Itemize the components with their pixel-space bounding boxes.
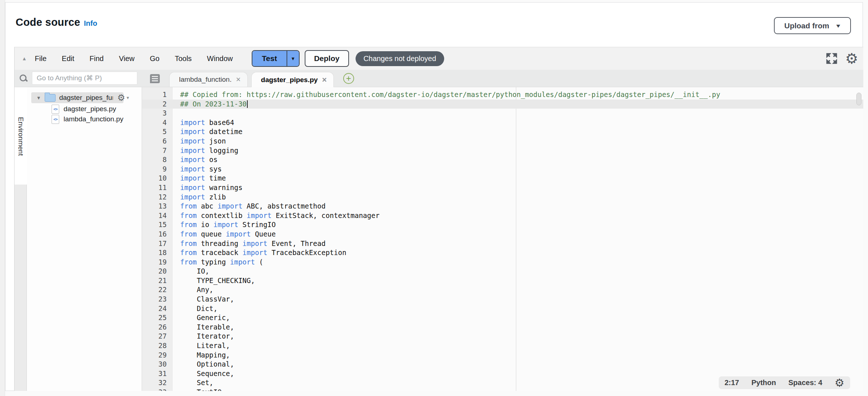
tree-settings-gear-icon[interactable]: ⚙ <box>117 93 125 103</box>
line-number[interactable]: 33 <box>142 388 173 391</box>
code-line[interactable]: 24 Dict, <box>142 304 863 314</box>
line-number[interactable]: 24 <box>142 304 173 314</box>
line-number[interactable]: 22 <box>142 285 173 295</box>
menu-item-tools[interactable]: Tools <box>175 54 192 63</box>
line-number[interactable]: 8 <box>142 155 173 165</box>
line-number[interactable]: 9 <box>142 165 173 174</box>
deploy-button[interactable]: Deploy <box>305 50 349 67</box>
test-button[interactable]: Test <box>252 51 287 66</box>
code-line[interactable]: 7import logging <box>142 146 863 155</box>
code-line[interactable]: 12import zlib <box>142 193 863 202</box>
code-line[interactable]: 19from typing import ( <box>142 258 863 267</box>
line-number[interactable]: 31 <box>142 369 173 379</box>
line-number[interactable]: 20 <box>142 267 173 276</box>
line-number[interactable]: 18 <box>142 248 173 258</box>
code-line[interactable]: 8import os <box>142 155 863 165</box>
code-line[interactable]: 27 Iterator, <box>142 332 863 341</box>
line-number[interactable]: 25 <box>142 313 173 323</box>
line-number[interactable]: 16 <box>142 230 173 239</box>
cursor-position[interactable]: 2:17 <box>725 379 739 387</box>
line-number[interactable]: 21 <box>142 276 173 286</box>
code-line[interactable]: 23 ClassVar, <box>142 295 863 304</box>
line-number[interactable]: 15 <box>142 220 173 230</box>
code-line[interactable]: 18from traceback import TracebackExcepti… <box>142 248 863 258</box>
line-number[interactable]: 26 <box>142 323 173 332</box>
code-line[interactable]: 20 IO, <box>142 267 863 276</box>
editor-tab-dagster_pipes-py[interactable]: dagster_pipes.py× <box>251 72 334 87</box>
code-line[interactable]: 16from queue import Queue <box>142 230 863 239</box>
code-line[interactable]: 17from threading import Event, Thread <box>142 239 863 248</box>
line-number[interactable]: 7 <box>142 146 173 155</box>
code-line[interactable]: 6import json <box>142 137 863 146</box>
line-number[interactable]: 23 <box>142 295 173 304</box>
line-number[interactable]: 5 <box>142 127 173 137</box>
line-number[interactable]: 29 <box>142 351 173 360</box>
upload-from-button[interactable]: Upload from ▼ <box>774 17 851 34</box>
tree-file-row[interactable]: <>lambda_function.py <box>27 114 142 124</box>
code-line[interactable]: 14from contextlib import ExitStack, cont… <box>142 211 863 221</box>
code-line[interactable]: 15from io import StringIO <box>142 220 863 230</box>
code-line[interactable]: 22 Any, <box>142 285 863 295</box>
fullscreen-icon[interactable] <box>826 52 838 65</box>
tab-list-icon[interactable] <box>150 74 160 83</box>
line-number[interactable]: 14 <box>142 211 173 221</box>
line-number[interactable]: 17 <box>142 239 173 248</box>
code-line[interactable]: 26 Iterable, <box>142 323 863 332</box>
line-number[interactable]: 27 <box>142 332 173 341</box>
ide-settings-gear-icon[interactable]: ⚙ <box>845 52 858 65</box>
code-line[interactable]: 21 TYPE_CHECKING, <box>142 276 863 286</box>
line-number[interactable]: 11 <box>142 183 173 193</box>
line-number[interactable]: 32 <box>142 378 173 388</box>
code-line[interactable]: 9import sys <box>142 165 863 174</box>
line-number[interactable]: 6 <box>142 137 173 146</box>
line-number[interactable]: 3 <box>142 109 173 118</box>
line-number[interactable]: 2 <box>142 100 173 109</box>
code-line[interactable]: 28 Literal, <box>142 341 863 351</box>
collapse-panel-icon[interactable]: ▲ <box>22 56 27 61</box>
menu-item-view[interactable]: View <box>119 54 134 63</box>
menu-item-go[interactable]: Go <box>150 54 159 63</box>
line-number[interactable]: 10 <box>142 174 173 183</box>
editor-scrollbar-thumb[interactable] <box>856 93 861 105</box>
menu-item-file[interactable]: File <box>35 54 46 63</box>
status-settings-gear-icon[interactable]: ⚙ <box>835 377 844 388</box>
menu-item-edit[interactable]: Edit <box>62 54 74 63</box>
code-line[interactable]: 3 <box>142 109 863 118</box>
tab-close-icon[interactable]: × <box>322 77 327 83</box>
code-lines[interactable]: 1## Copied from: https://raw.githubuserc… <box>142 90 863 391</box>
tab-close-icon[interactable]: × <box>236 76 241 83</box>
line-number[interactable]: 12 <box>142 193 173 202</box>
code-line[interactable]: 1## Copied from: https://raw.githubuserc… <box>142 90 863 100</box>
code-line[interactable]: 10import time <box>142 174 863 183</box>
indentation-setting[interactable]: Spaces: 4 <box>788 379 822 387</box>
line-number[interactable]: 4 <box>142 118 173 128</box>
python-file-icon: <> <box>52 115 59 124</box>
editor-tab-lambda_function-[interactable]: lambda_function.× <box>169 72 248 87</box>
line-number[interactable]: 1 <box>142 90 173 100</box>
code-line[interactable]: 29 Mapping, <box>142 351 863 360</box>
code-line[interactable]: 5import datetime <box>142 127 863 137</box>
new-tab-button[interactable]: + <box>343 73 354 84</box>
code-line[interactable]: 11import warnings <box>142 183 863 193</box>
line-number[interactable]: 19 <box>142 258 173 267</box>
language-mode[interactable]: Python <box>751 379 776 387</box>
code-line[interactable]: 2## On 2023-11-30 <box>142 100 863 109</box>
line-number[interactable]: 28 <box>142 341 173 351</box>
code-line[interactable]: 13from abc import ABC, abstractmethod <box>142 202 863 211</box>
code-editor[interactable]: 1## Copied from: https://raw.githubuserc… <box>142 87 863 391</box>
goto-anything-input[interactable] <box>32 72 137 85</box>
line-number[interactable]: 13 <box>142 202 173 211</box>
test-split-button[interactable]: Test ▼ <box>252 50 300 67</box>
info-link[interactable]: Info <box>84 19 97 28</box>
test-dropdown-icon[interactable]: ▼ <box>287 51 299 66</box>
code-line[interactable]: 30 Optional, <box>142 360 863 369</box>
folder-expanded-icon[interactable]: ▼ <box>36 95 41 101</box>
menu-item-window[interactable]: Window <box>207 54 233 63</box>
line-number[interactable]: 30 <box>142 360 173 369</box>
tree-file-row[interactable]: <>dagster_pipes.py <box>27 104 142 114</box>
environment-tab[interactable]: Environment <box>15 91 27 182</box>
code-line[interactable]: 25 Generic, <box>142 313 863 323</box>
tree-folder-row[interactable]: ▼ dagster_pipes_funct ⚙ ▼ <box>27 92 142 103</box>
menu-item-find[interactable]: Find <box>90 54 104 63</box>
code-line[interactable]: 4import base64 <box>142 118 863 128</box>
